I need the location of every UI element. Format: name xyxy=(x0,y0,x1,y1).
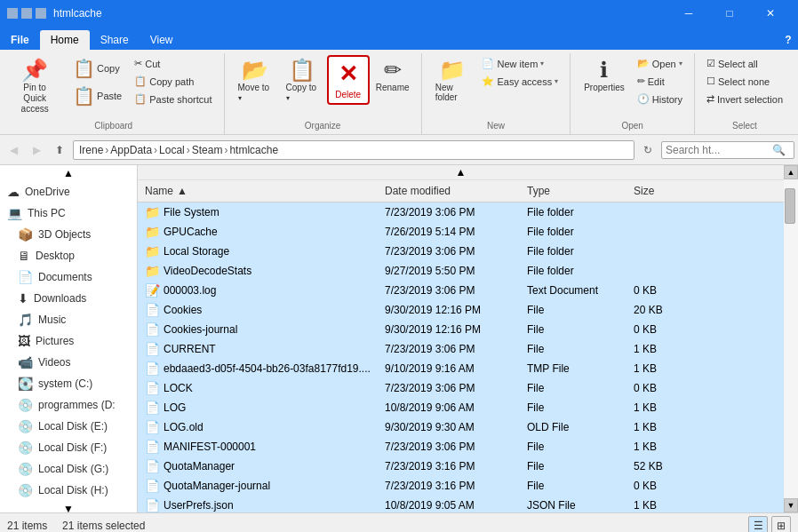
table-row[interactable]: 📁 Local Storage 7/23/2019 3:06 PM File f… xyxy=(138,242,784,261)
search-box[interactable]: 🔍 xyxy=(661,141,794,159)
table-row[interactable]: 📄 QuotaManager 7/23/2019 3:16 PM File 52… xyxy=(138,457,784,476)
select-none-button[interactable]: ☐ Select none xyxy=(702,73,787,90)
selected-count-label: 21 items selected xyxy=(62,520,145,532)
ribbon-group-new-content: 📁 New folder 📄 New item ▾ ⭐ Easy access … xyxy=(429,53,563,119)
sidebar-item-pictures[interactable]: 🖼 Pictures xyxy=(0,330,137,352)
scroll-down-button[interactable]: ▼ xyxy=(784,498,798,512)
path-part-local[interactable]: Local xyxy=(159,144,185,156)
file-scroll-up[interactable]: ▲ xyxy=(138,165,784,180)
copy-path-button[interactable]: 📋 Copy path xyxy=(130,73,216,90)
file-icon: 📁 xyxy=(145,225,160,239)
sidebar-item-music[interactable]: 🎵 Music xyxy=(0,309,137,330)
path-part-steam[interactable]: Steam xyxy=(192,144,223,156)
window-icon xyxy=(7,8,18,19)
sidebar-item-locale[interactable]: 💿 Local Disk (E:) xyxy=(0,416,137,437)
table-row[interactable]: 📄 Cookies-journal 9/30/2019 12:16 PM Fil… xyxy=(138,320,784,339)
close-button[interactable]: ✕ xyxy=(750,0,791,27)
localh-icon: 💿 xyxy=(18,483,33,497)
large-icons-view-button[interactable]: ⊞ xyxy=(771,516,791,533)
table-row[interactable]: 📄 ebdaaed3-d05f-4504-bb26-03fa8177fd19..… xyxy=(138,359,784,378)
tab-share[interactable]: Share xyxy=(90,30,140,50)
details-view-button[interactable]: ☰ xyxy=(748,516,768,533)
edit-button[interactable]: ✏ Edit xyxy=(633,73,687,90)
edit-icon: ✏ xyxy=(637,75,645,87)
col-header-type[interactable]: Type xyxy=(520,182,626,200)
main-content: ▲ ☁ OneDrive 💻 This PC 📦 3D Objects 🖥 De… xyxy=(0,165,798,512)
table-row[interactable]: 📄 CURRENT 7/23/2019 3:06 PM File 1 KB xyxy=(138,339,784,359)
path-part-appdata[interactable]: AppData xyxy=(110,144,152,156)
sidebar-scroll-up[interactable]: ▲ xyxy=(0,165,137,181)
table-row[interactable]: 📄 LOG 10/8/2019 9:06 AM File 1 KB xyxy=(138,398,784,417)
open-button[interactable]: 📂 Open ▾ xyxy=(633,55,687,72)
table-row[interactable]: 📄 MANIFEST-000001 7/23/2019 3:06 PM File… xyxy=(138,437,784,457)
table-row[interactable]: 📁 File System 7/23/2019 3:06 PM File fol… xyxy=(138,202,784,222)
file-type: JSON File xyxy=(520,496,626,512)
pin-to-quick-access-button[interactable]: 📌 Pin to Quickaccess xyxy=(11,55,59,119)
table-row[interactable]: 📄 Cookies 9/30/2019 12:16 PM File 20 KB xyxy=(138,300,784,320)
file-size xyxy=(626,249,698,254)
sidebar-item-systemc[interactable]: 💽 system (C:) xyxy=(0,373,137,394)
sidebar-item-onedrive[interactable]: ☁ OneDrive xyxy=(0,181,137,202)
table-row[interactable]: 📄 UserPrefs.json 10/8/2019 9:05 AM JSON … xyxy=(138,496,784,512)
properties-button[interactable]: ℹ Properties xyxy=(578,55,631,97)
vertical-scrollbar[interactable]: ▲ ▼ xyxy=(784,165,798,512)
sidebar-item-desktop[interactable]: 🖥 Desktop xyxy=(0,245,137,266)
path-part-htmlcache[interactable]: htmlcache xyxy=(229,144,278,156)
delete-button[interactable]: ✕ Delete xyxy=(327,55,370,105)
move-to-button[interactable]: 📂 Move to ▾ xyxy=(232,55,278,107)
path-part-irene[interactable]: Irene xyxy=(79,144,103,156)
new-item-button[interactable]: 📄 New item ▾ xyxy=(477,55,563,72)
easy-access-button[interactable]: ⭐ Easy access ▾ xyxy=(477,73,563,90)
sidebar-item-localg[interactable]: 💿 Local Disk (G:) xyxy=(0,458,137,480)
select-all-button[interactable]: ☑ Select all xyxy=(702,55,787,72)
paste-button[interactable]: 📋 Paste xyxy=(67,83,128,109)
cut-button[interactable]: ✂ Cut xyxy=(130,55,216,72)
sidebar-item-videos[interactable]: 📹 Videos xyxy=(0,352,137,373)
sidebar-item-documents[interactable]: 📄 Documents xyxy=(0,266,137,288)
rename-button[interactable]: ✏ Rename xyxy=(371,55,414,97)
sidebar-item-thispc[interactable]: 💻 This PC xyxy=(0,202,137,224)
sidebar-scroll-down[interactable]: ▼ xyxy=(0,501,137,512)
sidebar-item-localh[interactable]: 💿 Local Disk (H:) xyxy=(0,480,137,501)
sidebar-item-label-pictures: Pictures xyxy=(36,335,74,347)
tab-view[interactable]: View xyxy=(140,30,184,50)
refresh-button[interactable]: ↻ xyxy=(638,140,658,160)
new-folder-button[interactable]: 📁 New folder xyxy=(429,55,476,107)
invert-selection-button[interactable]: ⇄ Invert selection xyxy=(702,91,787,107)
col-header-size[interactable]: Size xyxy=(626,182,698,200)
col-header-name[interactable]: Name ▲ xyxy=(138,182,378,200)
table-row[interactable]: 📝 000003.log 7/23/2019 3:06 PM Text Docu… xyxy=(138,281,784,300)
up-button[interactable]: ⬆ xyxy=(50,140,69,160)
table-row[interactable]: 📄 LOG.old 9/30/2019 9:30 AM OLD File 1 K… xyxy=(138,417,784,437)
table-row[interactable]: 📁 VideoDecodeStats 9/27/2019 5:50 PM Fil… xyxy=(138,261,784,281)
copy-to-button[interactable]: 📋 Copy to ▾ xyxy=(280,55,325,107)
sidebar-item-downloads[interactable]: ⬇ Downloads xyxy=(0,288,137,309)
sidebar-item-programmesd[interactable]: 💿 programmes (D: xyxy=(0,394,137,416)
address-path[interactable]: Irene › AppData › Local › Steam › htmlca… xyxy=(73,140,634,160)
scroll-thumb[interactable] xyxy=(785,188,795,224)
new-item-label: New item xyxy=(497,59,538,69)
copy-button[interactable]: 📋 Copy xyxy=(67,55,128,82)
copy-path-icon: 📋 xyxy=(134,75,147,87)
col-header-date[interactable]: Date modified xyxy=(378,182,520,200)
tab-home[interactable]: Home xyxy=(40,30,90,50)
search-input[interactable] xyxy=(666,144,772,156)
edit-label: Edit xyxy=(648,76,665,87)
scroll-up-button[interactable]: ▲ xyxy=(784,165,798,179)
minimize-button[interactable]: ─ xyxy=(668,0,709,27)
history-button[interactable]: 🕐 History xyxy=(633,91,687,107)
scroll-track[interactable] xyxy=(784,179,798,498)
back-button[interactable]: ◀ xyxy=(4,140,23,160)
sidebar-item-localf[interactable]: 💿 Local Disk (F:) xyxy=(0,437,137,458)
ribbon-group-organize: 📂 Move to ▾ 📋 Copy to ▾ ✕ Delete ✏ Renam… xyxy=(225,53,422,134)
sidebar-item-3dobjects[interactable]: 📦 3D Objects xyxy=(0,224,137,245)
table-row[interactable]: 📁 GPUCache 7/26/2019 5:14 PM File folder xyxy=(138,222,784,242)
tab-file[interactable]: File xyxy=(0,30,40,50)
file-date: 9/30/2019 12:16 PM xyxy=(378,301,520,319)
help-button[interactable]: ? xyxy=(778,30,798,50)
table-row[interactable]: 📄 LOCK 7/23/2019 3:06 PM File 0 KB xyxy=(138,378,784,398)
table-row[interactable]: 📄 QuotaManager-journal 7/23/2019 3:16 PM… xyxy=(138,476,784,496)
forward-button[interactable]: ▶ xyxy=(27,140,46,160)
paste-shortcut-button[interactable]: 📋 Paste shortcut xyxy=(130,91,216,107)
maximize-button[interactable]: □ xyxy=(709,0,750,27)
